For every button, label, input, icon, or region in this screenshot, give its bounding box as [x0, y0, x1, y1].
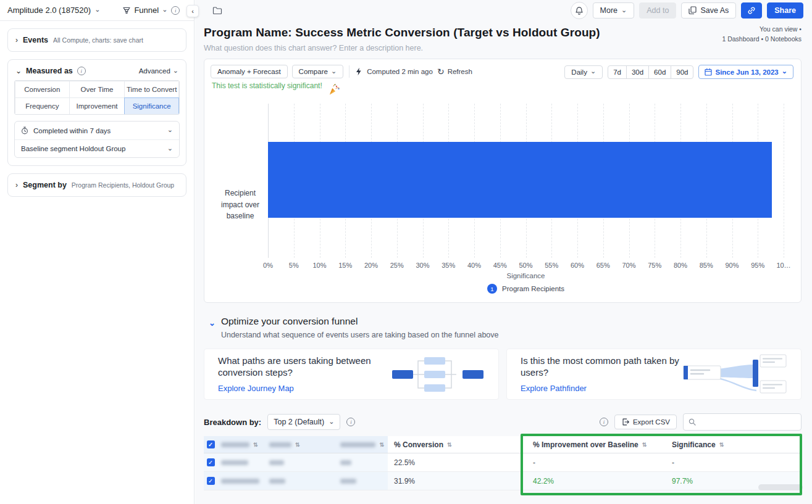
header-significance[interactable]: Significance⇅ [666, 436, 802, 453]
measured-as-section: ⌄ Measured as i Advanced⌄ Conversion Ove… [7, 59, 186, 166]
tab-frequency[interactable]: Frequency [15, 97, 70, 115]
redacted-cell [337, 472, 388, 490]
share-button[interactable]: Share [767, 2, 803, 19]
tab-improvement[interactable]: Improvement [69, 97, 125, 115]
range-7d-button[interactable]: 7d [608, 65, 627, 79]
sort-icon: ⇅ [295, 442, 300, 448]
segment-by-section[interactable]: › Segment by Program Recipients, Holdout… [7, 173, 186, 197]
save-as-button[interactable]: Save As [681, 2, 736, 19]
events-section[interactable]: › Events All Compute, charts: save chart [7, 28, 186, 52]
select-all-checkbox[interactable]: ✓ [204, 436, 217, 453]
chart-legend[interactable]: 1 Program Recipients [268, 284, 784, 294]
redacted-header-segment[interactable]: ⇅ [217, 436, 266, 453]
completed-within-dropdown[interactable]: Completed within 7 days ⌄ [15, 122, 179, 139]
description-placeholder[interactable]: What question does this chart answer? En… [204, 44, 802, 52]
lightning-icon[interactable] [355, 67, 362, 76]
chevron-down-icon[interactable]: ⌄ [15, 67, 22, 75]
page-title[interactable]: Program Name: Success Metric Conversion … [204, 26, 802, 39]
chart-card: Anomaly + Forecast Compare⌄ Computed 2 m… [204, 59, 802, 303]
compare-button[interactable]: Compare⌄ [292, 65, 344, 78]
usage-label[interactable]: 1 Dashboard • 0 Notebooks [722, 35, 802, 44]
tab-significance[interactable]: Significance [124, 97, 180, 115]
chevron-right-icon: › [15, 181, 18, 189]
horizontal-scrollbar[interactable] [758, 484, 803, 490]
chevron-down-icon: ⌄ [173, 67, 178, 74]
cell-conversion: 31.9% [388, 472, 527, 490]
legend-label: Program Recipients [502, 285, 564, 292]
measured-as-tabs: Conversion Over Time Time to Convert Fre… [14, 80, 180, 115]
sort-icon: ⇅ [253, 442, 258, 448]
interval-dropdown[interactable]: Daily⌄ [564, 65, 603, 79]
redacted-header-conversion[interactable]: ⇅ [337, 436, 388, 453]
sidebar-header: Amplitude 2.0 (187520) ⌄ Funnel ⌄ i [0, 0, 194, 21]
add-to-button: Add to [639, 2, 676, 19]
tab-conversion[interactable]: Conversion [15, 81, 70, 98]
segment-by-label: Segment by [23, 181, 67, 189]
pathfinder-illustration [682, 353, 787, 395]
export-csv-button[interactable]: Export CSV [614, 415, 677, 429]
title-block: Program Name: Success Metric Conversion … [204, 26, 802, 52]
redacted-cell [266, 472, 337, 490]
explore-pathfinder-link[interactable]: Explore Pathfinder [521, 384, 682, 393]
stopwatch-icon [21, 126, 28, 134]
search-icon [689, 418, 696, 426]
range-60d-button[interactable]: 60d [648, 65, 671, 79]
copy-icon [689, 6, 697, 15]
advanced-dropdown[interactable]: Advanced⌄ [139, 67, 178, 75]
redacted-header-count[interactable]: ⇅ [266, 436, 337, 453]
journey-map-card[interactable]: What paths are users taking between conv… [204, 349, 499, 400]
baseline-segment-dropdown[interactable]: Baseline segment Holdout Group ⌄ [15, 139, 179, 157]
sort-icon: ⇅ [447, 442, 452, 448]
chevron-down-icon[interactable]: ⌄ [209, 318, 216, 339]
chart-type-selector[interactable]: Funnel ⌄ [122, 6, 167, 15]
range-90d-button[interactable]: 90d [671, 65, 693, 79]
info-icon[interactable]: i [77, 67, 86, 75]
bar-chart-plot [268, 104, 784, 258]
info-icon[interactable]: i [171, 6, 180, 15]
header-pct-improvement[interactable]: % Improvement over Baseline⇅ [527, 436, 666, 453]
tab-time-to-convert[interactable]: Time to Convert [124, 81, 180, 98]
more-button[interactable]: More⌄ [593, 2, 635, 19]
cell-improvement: - [527, 453, 666, 472]
breakdown-label: Breakdown by: [204, 418, 261, 427]
completed-within-label: Completed within 7 days [33, 127, 111, 134]
anomaly-forecast-button[interactable]: Anomaly + Forecast [211, 65, 288, 78]
significance-options: Completed within 7 days ⌄ Baseline segme… [14, 121, 180, 158]
info-icon[interactable]: i [600, 418, 608, 426]
folder-icon[interactable] [212, 6, 222, 15]
chart-toolbar-right: Daily⌄ 7d 30d 60d 90d Since Jun 13, 2023… [564, 65, 793, 79]
pathfinder-card[interactable]: Is this the most common path taken by us… [506, 349, 802, 400]
redacted-cell [217, 453, 266, 472]
search-input[interactable] [700, 418, 796, 426]
row-checkbox[interactable]: ✓ [204, 453, 217, 472]
explore-journey-map-link[interactable]: Explore Journey Map [218, 384, 382, 393]
amplitude-app: Amplitude 2.0 (187520) ⌄ Funnel ⌄ i › Ev… [0, 0, 812, 504]
table-search[interactable] [683, 413, 802, 431]
header-pct-conversion[interactable]: % Conversion⇅ [388, 436, 527, 453]
computed-timestamp: Computed 2 min ago [367, 68, 433, 75]
significance-note: This test is statistically significant! [212, 81, 341, 96]
link-icon [747, 6, 756, 15]
row-checkbox[interactable]: ✓ [204, 472, 217, 490]
copy-link-button[interactable] [741, 2, 762, 19]
chevron-down-icon: ⌄ [167, 145, 173, 152]
events-summary: All Compute, charts: save chart [53, 36, 143, 44]
breakdown-selector[interactable]: Top 2 (Default)⌄ [267, 414, 340, 430]
info-icon[interactable]: i [346, 418, 355, 426]
significance-bar[interactable] [268, 142, 772, 218]
notifications-button[interactable] [571, 2, 588, 19]
permission-label: You can view • [722, 25, 802, 35]
x-axis-ticks: 0%5% 10%15% 20%25% 30%35% 40%45% 50%55% … [268, 262, 784, 270]
sidebar: Amplitude 2.0 (187520) ⌄ Funnel ⌄ i › Ev… [0, 0, 195, 504]
category-label: Recipient impact over baseline [213, 188, 267, 222]
range-30d-button[interactable]: 30d [626, 65, 649, 79]
segment-by-summary: Program Recipients, Holdout Group [72, 181, 174, 189]
x-axis-title: Significance [268, 272, 784, 279]
refresh-button[interactable]: ↻Refresh [437, 67, 472, 76]
sort-icon: ⇅ [642, 442, 647, 448]
date-range-button[interactable]: Since Jun 13, 2023 ⌄ [698, 65, 793, 79]
sidebar-collapse-button[interactable]: ‹ [186, 5, 199, 17]
tab-over-time[interactable]: Over Time [69, 81, 125, 98]
journey-map-illustration [391, 355, 485, 394]
workspace-selector[interactable]: Amplitude 2.0 (187520) [7, 6, 91, 15]
